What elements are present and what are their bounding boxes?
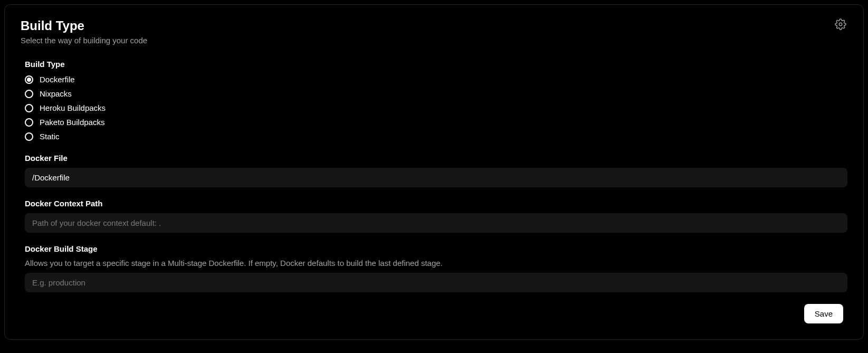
radio-label: Paketo Buildpacks	[40, 118, 104, 127]
radio-label: Heroku Buildpacks	[40, 103, 106, 112]
settings-button[interactable]	[834, 17, 847, 33]
build-type-card: Build Type Select the way of building yo…	[4, 4, 864, 340]
build-type-label: Build Type	[25, 60, 847, 69]
docker-build-stage-label: Docker Build Stage	[25, 244, 847, 253]
docker-build-stage-field: Docker Build Stage Allows you to target …	[25, 244, 847, 292]
radio-indicator	[25, 132, 33, 141]
docker-file-field: Docker File	[25, 154, 847, 187]
card-subtitle: Select the way of building your code	[21, 36, 147, 45]
docker-context-input[interactable]	[25, 213, 847, 233]
docker-file-input[interactable]	[25, 168, 847, 187]
docker-context-label: Docker Context Path	[25, 199, 847, 208]
svg-point-0	[839, 23, 842, 26]
radio-dockerfile[interactable]: Dockerfile	[25, 75, 847, 84]
radio-static[interactable]: Static	[25, 132, 847, 141]
form-body: Build Type DockerfileNixpacksHeroku Buil…	[21, 60, 847, 323]
docker-build-stage-help: Allows you to target a specific stage in…	[25, 259, 847, 268]
radio-indicator	[25, 104, 33, 112]
gear-icon	[835, 18, 846, 32]
radio-indicator	[25, 118, 33, 127]
card-title: Build Type	[21, 17, 147, 34]
docker-context-field: Docker Context Path	[25, 199, 847, 233]
docker-build-stage-input[interactable]	[25, 273, 847, 292]
radio-indicator	[25, 90, 33, 98]
radio-paketo-buildpacks[interactable]: Paketo Buildpacks	[25, 118, 847, 127]
build-type-radio-group: DockerfileNixpacksHeroku BuildpacksPaket…	[25, 75, 847, 141]
card-header: Build Type Select the way of building yo…	[21, 17, 847, 45]
radio-label: Static	[40, 132, 60, 141]
radio-label: Dockerfile	[40, 75, 75, 84]
radio-indicator	[25, 75, 33, 84]
radio-label: Nixpacks	[40, 89, 72, 98]
form-footer: Save	[25, 304, 847, 323]
radio-heroku-buildpacks[interactable]: Heroku Buildpacks	[25, 103, 847, 112]
save-button[interactable]: Save	[804, 304, 843, 323]
docker-file-label: Docker File	[25, 154, 847, 163]
radio-nixpacks[interactable]: Nixpacks	[25, 89, 847, 98]
card-header-text: Build Type Select the way of building yo…	[21, 17, 147, 45]
